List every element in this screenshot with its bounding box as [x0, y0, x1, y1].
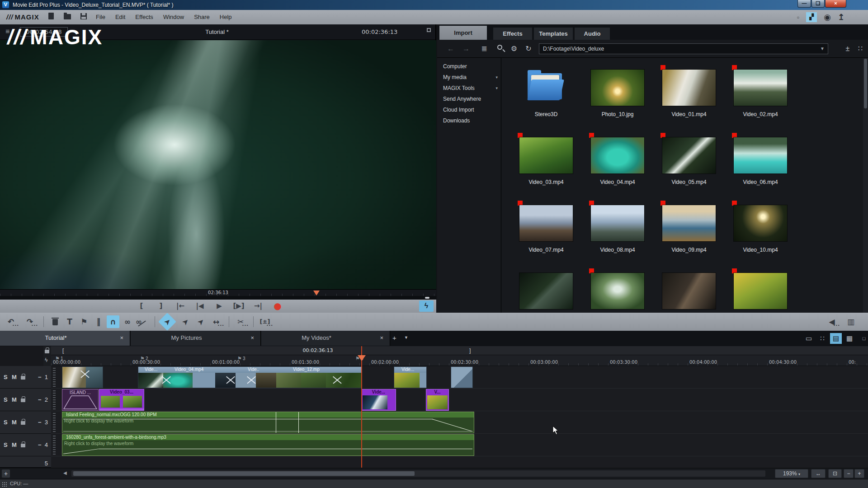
timeline-view-icon[interactable]: ▤	[830, 333, 842, 344]
transition-clip[interactable]	[451, 367, 472, 388]
project-tab-dropdown-icon[interactable]: ▼	[404, 335, 408, 340]
minimize-button[interactable]: —	[797, 0, 811, 8]
mute-button[interactable]: M	[12, 441, 17, 448]
menu-window[interactable]: Window	[163, 14, 184, 20]
tab-templates[interactable]: Templates	[534, 28, 573, 40]
tab-effects[interactable]: Effects	[493, 28, 532, 40]
mute-button[interactable]: M	[12, 396, 17, 403]
video-clip-purple[interactable]: V...	[426, 389, 448, 410]
group-button[interactable]: ∞	[121, 315, 134, 328]
lock-track-icon[interactable]	[21, 399, 25, 402]
jump-to-start-button[interactable]: |←	[175, 301, 186, 311]
performance-boost-button[interactable]: ϟ	[419, 300, 434, 312]
set-marker-button[interactable]: ⚑	[78, 315, 90, 328]
scroll-left-arrow[interactable]: ◀	[63, 470, 67, 475]
preview-playhead-marker[interactable]	[313, 291, 320, 296]
sidebar-item-my-media[interactable]: My media▾	[443, 72, 500, 82]
chevron-down-icon[interactable]: ▾	[495, 83, 498, 93]
audio-levels-button[interactable]: ‖	[92, 315, 105, 328]
lock-track-icon[interactable]	[21, 444, 25, 447]
crossfade-icon[interactable]	[246, 375, 257, 385]
volume-fade-out-line[interactable]	[432, 419, 472, 432]
menu-help[interactable]: Help	[220, 14, 232, 20]
range-close-bracket[interactable]: ]	[469, 347, 471, 354]
video-preview-image[interactable]	[0, 40, 436, 289]
video-clip[interactable]	[62, 367, 103, 388]
record-button[interactable]: ●	[272, 301, 283, 311]
previous-frame-button[interactable]: |◀	[194, 301, 206, 311]
project-tab-tutorial[interactable]: Tutorial* ×	[0, 331, 130, 346]
close-button[interactable]: ×	[825, 0, 846, 8]
media-item[interactable]: Video_04.mp4	[582, 137, 653, 196]
mute-button[interactable]: M	[12, 374, 17, 380]
options-gear-icon[interactable]: ⚙	[509, 43, 519, 54]
solo-button[interactable]: S	[4, 419, 8, 426]
detach-panel-icon[interactable]: □	[858, 333, 868, 344]
multicam-view-icon[interactable]: ▦	[844, 333, 855, 344]
media-item[interactable]: Video_02.mp4	[725, 70, 796, 128]
zoom-out-button[interactable]: −	[844, 469, 854, 478]
timeline-time-ruler[interactable]: ⚑1 ⚑2 ⚑3 ⚑4 00:00:00:00 00:00:30:00 00:0…	[51, 355, 868, 366]
scrollbar-thumb[interactable]	[864, 59, 867, 108]
jump-to-end-button[interactable]: →|	[252, 301, 264, 311]
back-icon[interactable]: ←	[445, 43, 456, 54]
track-lane-2[interactable]: ISLAND ... Video_03... Vide... V...	[51, 389, 868, 411]
split-scissors-button[interactable]: ✂	[234, 315, 247, 328]
zoom-horizontal-button[interactable]: ↔	[811, 469, 826, 478]
title-clip[interactable]: ISLAND ...	[62, 389, 98, 410]
track-lane-5[interactable]	[51, 456, 868, 468]
optimize-view-button[interactable]: [±]	[259, 315, 271, 328]
mixer-button[interactable]: ▥	[844, 315, 857, 328]
media-item[interactable]	[653, 273, 725, 313]
crossfade-icon[interactable]	[161, 375, 172, 385]
media-item[interactable]: Video_01.mp4	[653, 70, 725, 128]
play-button[interactable]: ▶	[213, 301, 225, 311]
timeline-range-ruler[interactable]: [ 00:02:36:13 ]	[51, 346, 868, 355]
track-drag-handle[interactable]	[53, 412, 56, 432]
media-item-stereo3d[interactable]: Stereo3D	[510, 70, 582, 128]
volume-envelope-line[interactable]	[99, 449, 472, 449]
snap-magnet-button[interactable]: ∩	[107, 315, 119, 328]
sidebar-item-magix-tools[interactable]: MAGIX Tools▾	[443, 83, 500, 93]
media-item[interactable]: Video_10.mp4	[725, 205, 796, 264]
range-mouse-mode-button[interactable]: ➤	[192, 313, 210, 331]
thumbnail-size-icon[interactable]: ±	[842, 43, 853, 54]
sidebar-item-downloads[interactable]: Downloads	[443, 116, 500, 126]
range-open-bracket[interactable]: [	[62, 347, 64, 354]
chevron-down-icon[interactable]: ▾	[495, 72, 498, 82]
save-project-button[interactable]	[79, 13, 89, 22]
play-range-button[interactable]: [▶]	[233, 301, 245, 311]
solo-button[interactable]: S	[4, 441, 8, 448]
path-input[interactable]: D:\Footage\Video_deluxe	[539, 43, 828, 54]
tab-audio[interactable]: Audio	[575, 28, 610, 40]
add-track-button[interactable]: +	[2, 469, 10, 478]
track-lane-4[interactable]: 160280_unfa_forest-ambient-with-a-birdso…	[51, 434, 868, 456]
media-item[interactable]	[725, 273, 796, 313]
project-tab-my-pictures[interactable]: My Pictures ×	[131, 331, 261, 346]
track-drag-handle[interactable]	[53, 435, 56, 455]
media-item[interactable]: Video_06.mp4	[725, 137, 796, 196]
sidebar-item-cloud-import[interactable]: Cloud Import	[443, 105, 500, 115]
volume-fade-in-line[interactable]	[63, 449, 99, 454]
fit-to-window-button[interactable]: ⊡	[828, 469, 842, 478]
preview-seek-ruler[interactable]: 02:36:13	[0, 289, 436, 296]
path-dropdown-icon[interactable]: ▼	[817, 43, 828, 54]
crossfade-icon[interactable]	[332, 375, 343, 385]
close-tab-icon[interactable]: ×	[250, 334, 254, 341]
media-item[interactable]: Video_05.mp4	[653, 137, 725, 196]
preview-detach-icon[interactable]	[427, 28, 431, 32]
stretch-mode-button[interactable]: ↔	[210, 315, 222, 328]
folder-tree-icon[interactable]: ≣	[479, 43, 490, 54]
title-text-button[interactable]: T	[63, 315, 76, 328]
audio-clip[interactable]: Island Feeling_normal.mxcOGG 120.00 BPM …	[62, 412, 474, 433]
audio-clip[interactable]: 160280_unfa_forest-ambient-with-a-birdso…	[62, 435, 474, 455]
scrollbar-track[interactable]	[71, 470, 765, 477]
preview-scroll-thumb[interactable]	[425, 297, 429, 299]
track-drag-handle[interactable]	[53, 367, 56, 387]
track-lane-1[interactable]: Vide... Video_04.mp4 Vide.. Video_12.mp	[51, 366, 868, 389]
volume-envelope-line[interactable]	[63, 419, 433, 419]
lock-icon[interactable]	[45, 350, 49, 353]
delete-button[interactable]	[49, 315, 61, 328]
menu-share[interactable]: Share	[194, 14, 210, 20]
video-clip-purple[interactable]: Vide...	[362, 389, 396, 410]
